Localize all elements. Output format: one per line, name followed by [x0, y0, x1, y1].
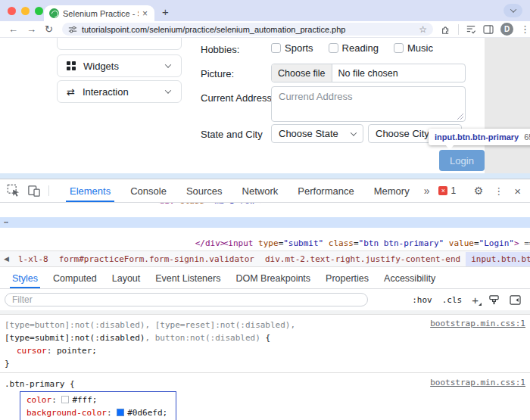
bookmark-star-icon[interactable]: ☆ — [419, 24, 427, 35]
new-tab-button[interactable]: + — [162, 5, 169, 18]
tab-properties[interactable]: Properties — [318, 269, 376, 288]
state-select[interactable]: Choose State — [271, 124, 363, 143]
chevron-down-icon — [165, 87, 171, 93]
resize-grip[interactable] — [457, 114, 463, 120]
inspect-element-icon[interactable] — [7, 184, 20, 198]
tab-memory[interactable]: Memory — [364, 179, 419, 202]
window-controls[interactable] — [8, 7, 43, 15]
minimize-window-button[interactable] — [21, 7, 30, 15]
dom-row-div-close[interactable]: </div> — [0, 228, 530, 238]
url-text[interactable]: tutorialspoint.com/selenium/practice/sel… — [82, 25, 414, 34]
tab-close-icon[interactable]: × — [142, 9, 148, 18]
css-declaration-background-color[interactable]: background-color: #0d6efd; — [26, 406, 176, 418]
css-selector-line[interactable]: .btn-primary { bootstrap.min.css:1 — [0, 373, 530, 390]
profile-avatar[interactable]: D — [500, 23, 513, 36]
css-declaration[interactable]: cursor: pointer; — [0, 344, 530, 356]
grid-icon — [67, 61, 76, 70]
row-actions-icon[interactable]: ⋯ — [4, 217, 9, 228]
devtools-tabs: Elements Console Sources Network Perform… — [60, 179, 456, 202]
new-style-rule-button[interactable]: + — [472, 294, 479, 306]
tab-sources[interactable]: Sources — [176, 179, 232, 202]
choose-file-button[interactable]: Choose file — [272, 64, 332, 82]
checkbox-label[interactable]: Music — [407, 42, 433, 54]
checkbox-label[interactable]: Reading — [342, 42, 379, 54]
tab-styles[interactable]: Styles — [5, 269, 45, 288]
address-textarea[interactable]: Currend Address — [271, 86, 466, 122]
maximize-window-button[interactable] — [35, 7, 43, 15]
filter-input[interactable]: Filter — [5, 293, 368, 306]
breadcrumb-item[interactable]: form#practiceForm.form-signin.validator — [54, 252, 260, 266]
tab-layout[interactable]: Layout — [104, 269, 148, 288]
sidebar-item-partial[interactable] — [57, 38, 182, 50]
browser-menu-icon[interactable]: ⋮ — [520, 23, 530, 35]
breadcrumb-item[interactable]: div.mt-2.text-right.justify-content-end — [260, 252, 466, 266]
url-bar[interactable]: tutorialspoint.com/selenium/practice/sel… — [62, 23, 433, 36]
css-selector-line[interactable]: [type=submit]:not(:disabled), button:not… — [0, 331, 530, 344]
device-toolbar-icon[interactable] — [27, 185, 41, 197]
checkbox-sports[interactable] — [271, 43, 281, 53]
tab-event-listeners[interactable]: Event Listeners — [148, 269, 228, 288]
tab-search-button[interactable] — [504, 4, 522, 17]
tab-console[interactable]: Console — [120, 179, 176, 202]
more-tabs-icon[interactable]: » — [419, 185, 435, 197]
css-rules-pane: [type=button]:not(:disabled), [type=rese… — [0, 315, 530, 420]
reload-button[interactable]: ↻ — [45, 24, 53, 34]
breadcrumb-item-selected[interactable]: input.btn.btn-primary — [466, 252, 530, 266]
inspect-tooltip-selector: input.btn.btn-primary — [435, 132, 519, 142]
chevron-down-icon — [165, 61, 171, 67]
toolbar-divider — [48, 185, 49, 196]
tab-accessibility[interactable]: Accessibility — [376, 269, 443, 288]
toolbar-divider — [458, 24, 459, 35]
sidebar-item-widgets[interactable]: Widgets — [57, 54, 182, 77]
tab-performance[interactable]: Performance — [288, 179, 363, 202]
swap-arrows-icon: ⇄ — [67, 87, 75, 97]
side-panel-icon[interactable] — [483, 25, 494, 34]
sidebar-item-label: Widgets — [83, 61, 158, 72]
css-selector-line[interactable]: [type=button]:not(:disabled), [type=rese… — [0, 318, 530, 331]
dom-row-input-selected[interactable]: ⋯ <input type="submit" class="btn btn-pr… — [0, 217, 530, 228]
extensions-puzzle-icon[interactable] — [441, 24, 451, 35]
close-window-button[interactable] — [8, 7, 16, 15]
class-toggle[interactable]: .cls — [442, 295, 463, 305]
browser-tab[interactable]: Selenium Practice - Student F × — [44, 5, 154, 21]
hobbies-label: Hobbies: — [201, 44, 239, 55]
breadcrumb-left-icon[interactable]: ◀ — [0, 255, 13, 263]
tab-dom-breakpoints[interactable]: DOM Breakpoints — [228, 269, 318, 288]
chevron-down-icon — [351, 129, 357, 135]
rendering-brush-icon[interactable] — [488, 294, 500, 305]
address-label: Current Address: — [201, 92, 275, 104]
console-error-badge[interactable]: × 1 — [438, 185, 456, 196]
forward-button[interactable]: → — [26, 24, 36, 34]
css-selection-box[interactable]: color: #fff; background-color: #0d6efd; … — [20, 391, 176, 420]
dom-row-div-open[interactable]: ▾<div class="mt-2 text-right justify-con… — [0, 207, 530, 217]
tab-computed[interactable]: Computed — [45, 269, 104, 288]
checkbox-music[interactable] — [394, 43, 404, 53]
tab-elements[interactable]: Elements — [60, 179, 120, 202]
back-button[interactable]: ← — [8, 24, 18, 34]
breadcrumb-item[interactable]: l-xl-8 — [13, 252, 54, 266]
filter-placeholder: Filter — [12, 294, 33, 305]
css-declaration-color[interactable]: color: #fff; — [26, 393, 176, 406]
sidebar-item-label: Interaction — [83, 86, 158, 98]
checkbox-reading[interactable] — [329, 43, 338, 53]
pseudo-state-toggle[interactable]: :hov — [412, 295, 432, 305]
stylesheet-link[interactable]: bootstrap.min.css:1 — [430, 318, 525, 329]
inspect-tooltip-size: 65.63 × 38 — [524, 132, 530, 142]
dock-sidebar-icon[interactable] — [510, 295, 521, 305]
page-background — [485, 38, 530, 173]
file-input[interactable]: Choose file No file chosen — [271, 64, 466, 82]
stylesheet-link[interactable]: bootstrap.min.css:1 — [430, 377, 525, 388]
address-placeholder: Currend Address — [279, 91, 353, 102]
devtools-menu-icon[interactable]: ⋮ — [494, 185, 504, 197]
sidebar-item-interaction[interactable]: ⇄ Interaction — [57, 80, 182, 103]
reading-list-icon[interactable] — [466, 24, 476, 34]
checkbox-label[interactable]: Sports — [285, 42, 313, 54]
settings-gear-icon[interactable]: ⚙ — [474, 185, 484, 197]
devtools-close-icon[interactable]: × — [514, 185, 521, 198]
styles-filter-row: Filter :hov .cls + — [0, 289, 530, 310]
site-settings-icon[interactable] — [68, 25, 77, 34]
inspect-tooltip-arrow — [445, 145, 454, 150]
tab-network[interactable]: Network — [232, 179, 288, 202]
file-status-text: No file chosen — [332, 64, 404, 82]
login-button[interactable]: Login — [439, 150, 485, 171]
